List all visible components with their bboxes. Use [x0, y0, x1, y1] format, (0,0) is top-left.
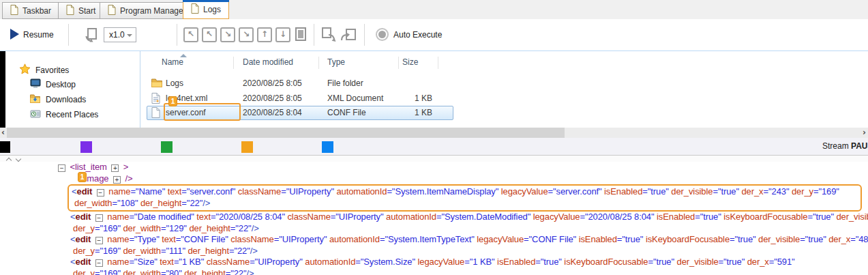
- toolbar-separator: [314, 24, 314, 46]
- collapse-icon[interactable]: −: [58, 164, 65, 172]
- xml-node-edit-continued[interactable]: der_y="169" der_width="80" der_height="2…: [73, 268, 868, 275]
- resume-play-icon[interactable]: [10, 29, 19, 40]
- xml-attribute-value: ="UIProperty": [331, 212, 384, 222]
- collapse-up-icon[interactable]: [7, 157, 12, 162]
- xml-node-edit[interactable]: <edit − name="Size" text="1 KB" classNam…: [70, 257, 868, 268]
- auto-execute-toggle[interactable]: [376, 28, 389, 41]
- move-up-icon[interactable]: ↑: [257, 27, 272, 42]
- column-header-name[interactable]: Name: [162, 57, 183, 67]
- xml-attribute-value: ="169": [813, 186, 839, 197]
- import-doc-icon[interactable]: [340, 27, 357, 46]
- tab-taskbar[interactable]: Taskbar: [2, 2, 59, 19]
- xml-attribute-name: der_visible: [677, 257, 719, 267]
- jump-next-icon[interactable]: ↘: [220, 27, 235, 42]
- xml-tag-name: edit: [76, 234, 91, 244]
- xml-attribute-name: der_height: [188, 246, 228, 256]
- xml-attribute-value: ="22": [230, 223, 252, 233]
- xml-attribute-value: ="server.conf": [548, 186, 602, 197]
- scrollbar-thumb[interactable]: [7, 128, 565, 138]
- expand-icon[interactable]: +: [113, 176, 121, 184]
- expand-down-icon[interactable]: [16, 157, 21, 162]
- xml-attribute-name: der_width: [123, 268, 160, 275]
- jump-next-alt-icon[interactable]: ↘: [239, 27, 254, 42]
- file-row-server-conf[interactable]: server.conf2020/08/25 8:04CONF File1 KB: [147, 106, 868, 120]
- xml-attribute-name: der_y: [73, 246, 95, 256]
- file-date-modified: 2020/08/25 8:05: [243, 93, 302, 103]
- expand-icon[interactable]: +: [111, 164, 119, 172]
- xml-attribute-value: ="22": [226, 268, 247, 275]
- scroll-left-icon[interactable]: ‹: [1, 128, 5, 138]
- xml-attribute-value: ="true": [713, 186, 739, 197]
- move-down-icon[interactable]: ↓: [275, 27, 290, 42]
- jump-prev-icon[interactable]: ↖: [202, 27, 217, 42]
- collapse-icon[interactable]: −: [95, 259, 103, 267]
- splitter[interactable]: [0, 155, 868, 162]
- sidebar-item-label: Downloads: [46, 95, 86, 104]
- xml-open-bracket: <: [70, 212, 76, 222]
- resume-button[interactable]: Resume: [23, 30, 54, 40]
- xml-node-edit[interactable]: <edit − name="Type" text="CONF File" cla…: [70, 234, 868, 246]
- sidebar-item-favorites[interactable]: Favorites: [19, 63, 69, 76]
- collapse-icon[interactable]: −: [95, 214, 103, 222]
- file-explorer: FavoritesDesktopDownloadsRecent Places N…: [0, 50, 868, 128]
- chevron-down-icon: [127, 34, 132, 37]
- sidebar-item-downloads[interactable]: Downloads: [30, 93, 86, 106]
- sidebar-item-recent-places[interactable]: Recent Places: [30, 108, 98, 120]
- xml-attribute-name: isEnabled: [604, 186, 642, 197]
- xml-attribute-value: ="true": [648, 257, 674, 267]
- horizontal-scrollbar[interactable]: ‹ ›: [0, 128, 868, 138]
- zoom-select[interactable]: x1.0: [104, 27, 136, 42]
- scroll-right-icon[interactable]: ›: [863, 128, 866, 138]
- xml-attribute-name: name: [107, 212, 129, 222]
- xml-node-edit-continued[interactable]: der_y="169" der_width="129" der_height="…: [73, 223, 868, 235]
- sidebar-item-desktop[interactable]: Desktop: [30, 78, 76, 90]
- xml-attribute-name: name: [107, 257, 129, 267]
- timeline-marker-3[interactable]: [241, 141, 253, 153]
- capture-refresh-icon[interactable]: [83, 27, 100, 46]
- column-header-size[interactable]: Size: [402, 57, 418, 67]
- collapse-icon[interactable]: −: [95, 237, 103, 244]
- annotation-box-edit-node: <edit − name="Name" text="server.conf" c…: [68, 184, 862, 212]
- xml-node-edit-continued[interactable]: der_y="169" der_width="111" der_height="…: [73, 246, 868, 257]
- xml-node-image[interactable]: <image + />1: [80, 173, 868, 185]
- xml-attribute-value: ="System.ItemNameDisplay": [387, 186, 498, 197]
- star-icon: [19, 63, 31, 76]
- sidebar-item-label: Favorites: [35, 66, 69, 75]
- tab-logs[interactable]: Logs: [183, 0, 229, 19]
- xml-attribute-value: ="Date modified": [129, 212, 194, 222]
- file-row-log4net-xml[interactable]: log4net.xml2020/08/25 8:05XML Document1 …: [147, 91, 868, 106]
- xml-attribute-name: der_visible: [836, 212, 868, 222]
- column-header-date-modified[interactable]: Date modified: [243, 57, 293, 67]
- xml-attribute-value: ="243": [763, 186, 789, 197]
- xml-attribute-name: automationId: [386, 212, 436, 222]
- xml-node-edit[interactable]: <edit − name="Name" text="server.conf" c…: [72, 186, 859, 198]
- xml-attribute-name: der_width: [74, 198, 112, 208]
- jump-prev-cursor-icon[interactable]: ↖: [183, 27, 198, 42]
- xml-attribute-value: ="true": [807, 212, 834, 222]
- export-doc-icon[interactable]: [320, 27, 338, 46]
- sidebar-item-label: Desktop: [46, 80, 76, 89]
- pages-icon[interactable]: [293, 27, 308, 45]
- xml-attribute-name: className: [230, 234, 273, 244]
- collapse-icon[interactable]: −: [97, 189, 104, 197]
- tab-label: Taskbar: [23, 6, 51, 16]
- column-header-type[interactable]: Type: [327, 57, 345, 67]
- xml-attribute-value: ="System.DateModified": [436, 212, 530, 222]
- xml-attribute-name: der_height: [140, 198, 181, 208]
- tab-program-manager[interactable]: Program Manager: [100, 2, 194, 19]
- xml-attribute-value: ="true": [800, 234, 826, 244]
- timeline-marker-0[interactable]: [0, 141, 10, 153]
- xml-node-list_item[interactable]: − <list_item + >: [56, 162, 868, 173]
- timeline-marker-2[interactable]: [161, 141, 173, 153]
- xml-node-edit[interactable]: <edit − name="Date modified" text="2020/…: [70, 212, 868, 223]
- app-window: TaskbarStartProgram ManagerLogs Resume x…: [0, 0, 868, 275]
- timeline-marker-1[interactable]: [80, 141, 92, 153]
- timeline-marker-4[interactable]: [322, 141, 333, 153]
- xml-node-edit-continued[interactable]: der_width="108" der_height="22"/>: [74, 198, 859, 209]
- tab-start[interactable]: Start: [58, 2, 104, 19]
- xml-attribute-value: ="System.ItemTypeText": [380, 234, 475, 244]
- file-row-logs[interactable]: Logs2020/08/25 8:05File folder: [147, 76, 868, 91]
- annotation-badge: 1: [78, 172, 87, 182]
- page-icon: [108, 5, 116, 17]
- pane-separator[interactable]: [140, 51, 140, 128]
